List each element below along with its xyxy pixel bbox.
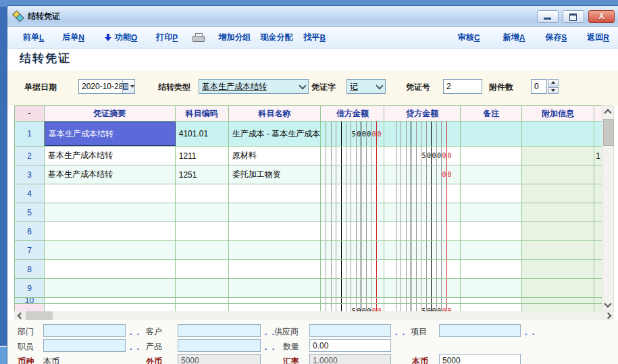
cell-extra[interactable] — [522, 298, 594, 303]
cell-debit[interactable] — [321, 260, 384, 278]
cell-code[interactable]: 4101.01 — [176, 122, 229, 146]
vertical-scrollbar[interactable] — [602, 105, 614, 311]
cell-cut[interactable] — [594, 222, 602, 240]
cell-summary[interactable] — [45, 241, 176, 259]
cell-credit[interactable] — [384, 203, 461, 222]
cell-num[interactable]: 9 — [15, 279, 45, 297]
cell-summary[interactable]: 基本生产成本结转 — [45, 122, 176, 146]
cell-num[interactable]: 10 — [15, 298, 45, 303]
cell-code[interactable] — [176, 279, 229, 297]
scroll-left-button[interactable] — [14, 311, 24, 320]
cell-code[interactable] — [176, 298, 229, 303]
cell-debit[interactable] — [321, 241, 384, 259]
cell-extra[interactable] — [522, 184, 594, 203]
scroll-right-button[interactable] — [604, 311, 614, 320]
cell-note[interactable] — [461, 203, 522, 222]
cell-num[interactable]: 2 — [15, 147, 45, 165]
word-dropdown-button[interactable] — [374, 80, 385, 93]
cell-cut[interactable] — [594, 260, 602, 278]
cell-note[interactable] — [461, 184, 522, 203]
cell-credit[interactable]: 500000 — [384, 147, 461, 165]
close-button[interactable]: X — [588, 10, 615, 23]
dept-input[interactable] — [43, 324, 126, 337]
functions-button[interactable]: 功能O — [105, 32, 137, 43]
project-input[interactable] — [439, 324, 521, 337]
cell-name[interactable] — [229, 241, 321, 259]
cell-code[interactable] — [176, 241, 229, 259]
cell-summary[interactable] — [45, 260, 176, 278]
new-button[interactable]: 新增A — [503, 32, 525, 43]
horizontal-scrollbar[interactable] — [14, 311, 614, 320]
staff-input[interactable] — [43, 339, 126, 352]
cell-cut[interactable] — [594, 241, 602, 259]
cell-name[interactable]: 委托加工物资 — [229, 165, 321, 184]
cell-summary[interactable] — [45, 203, 176, 222]
cell-credit[interactable] — [384, 222, 461, 240]
cell-summary[interactable]: 基本生产成本结转 — [45, 147, 176, 165]
dept-browse-button[interactable]: . . — [130, 328, 140, 337]
add-group-button[interactable]: 增加分组 — [218, 32, 251, 43]
cell-name[interactable] — [229, 184, 321, 203]
cell-debit[interactable] — [321, 184, 384, 203]
minimize-button[interactable] — [537, 10, 559, 23]
horizontal-scrollbar-thumb[interactable] — [26, 311, 53, 320]
cell-extra[interactable] — [522, 260, 594, 278]
cell-note[interactable] — [461, 165, 522, 184]
cell-num[interactable]: 8 — [15, 260, 45, 278]
cell-extra[interactable] — [522, 147, 594, 165]
cell-name[interactable] — [229, 298, 321, 303]
back-button[interactable]: 返回R — [587, 32, 609, 43]
cell-credit[interactable] — [384, 241, 461, 259]
cell-debit[interactable] — [321, 222, 384, 240]
vertical-scrollbar-thumb[interactable] — [603, 119, 614, 146]
cell-code[interactable]: 1211 — [176, 147, 229, 165]
cell-name[interactable] — [229, 203, 321, 222]
cell-cut[interactable] — [594, 279, 602, 297]
cell-credit[interactable] — [384, 298, 461, 303]
cell-summary[interactable] — [45, 298, 176, 303]
cell-credit[interactable] — [384, 122, 461, 146]
cell-cut[interactable] — [594, 165, 602, 184]
cell-code[interactable] — [176, 222, 229, 240]
foreign-input[interactable]: 5000 — [178, 354, 261, 364]
cell-debit[interactable] — [321, 279, 384, 297]
cell-name[interactable]: 生产成本 - 基本生产成本 — [229, 122, 321, 146]
cell-cut[interactable] — [594, 298, 602, 303]
cell-credit[interactable]: 00 — [384, 165, 461, 184]
cell-summary[interactable] — [45, 184, 176, 203]
scroll-up-button[interactable] — [602, 106, 613, 118]
local-input[interactable]: 5000 — [439, 354, 521, 364]
cell-num[interactable]: 5 — [15, 203, 45, 222]
cell-code[interactable]: 1251 — [176, 165, 229, 184]
product-browse-button[interactable]: . . — [265, 342, 276, 352]
print-preview-button[interactable] — [192, 33, 205, 42]
supplier-browse-button[interactable]: . . — [395, 328, 406, 337]
cell-num[interactable]: 7 — [15, 241, 45, 259]
staff-browse-button[interactable]: . . — [130, 342, 140, 352]
spinner-up-button[interactable] — [548, 79, 559, 86]
spinner-down-button[interactable] — [548, 87, 559, 95]
voucher-word-select[interactable]: 记 — [346, 79, 386, 94]
transfer-type-select[interactable]: 基本生产成本结转 — [199, 79, 309, 94]
project-browse-button[interactable]: . . — [525, 328, 536, 337]
cell-extra[interactable] — [522, 241, 594, 259]
cell-debit[interactable] — [321, 147, 384, 165]
audit-button[interactable]: 审核C — [458, 32, 480, 43]
cell-extra[interactable] — [522, 165, 594, 184]
maximize-button[interactable] — [563, 10, 584, 23]
cell-credit[interactable] — [384, 279, 461, 297]
cell-cut[interactable] — [594, 184, 602, 203]
rate-input[interactable]: 1.0000 — [309, 354, 391, 364]
scroll-down-button[interactable] — [602, 299, 613, 311]
calendar-dropdown-button[interactable] — [122, 80, 134, 93]
cell-cut[interactable] — [594, 203, 602, 222]
save-button[interactable]: 保存S — [545, 32, 567, 43]
cell-name[interactable] — [229, 222, 321, 240]
cell-code[interactable] — [176, 203, 229, 222]
product-input[interactable] — [178, 339, 261, 352]
cell-debit[interactable]: 500000 — [321, 122, 384, 146]
cell-name[interactable] — [229, 279, 321, 297]
cell-extra[interactable] — [522, 122, 594, 146]
cell-num[interactable]: 3 — [15, 165, 45, 184]
cell-note[interactable] — [461, 279, 522, 297]
